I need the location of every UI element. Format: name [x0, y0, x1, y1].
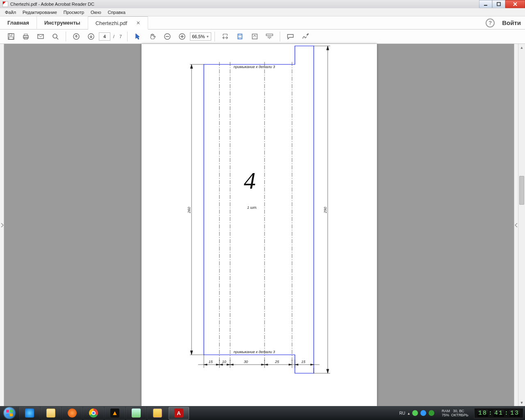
svg-rect-4 — [9, 37, 13, 39]
vertical-scrollbar[interactable]: ▲ ▼ — [518, 44, 525, 406]
taskbar-app1[interactable] — [126, 407, 146, 420]
fit-width-icon[interactable] — [218, 30, 232, 43]
pdf-page: примыкание к детали 3 примыкание к детал… — [142, 44, 377, 406]
month-label: ОКТЯБРЬ — [451, 413, 468, 417]
drawing-dim-b1: 15 — [209, 360, 213, 364]
tab-home[interactable]: Главная — [0, 16, 37, 30]
tray-language[interactable]: RU — [399, 411, 405, 415]
clock-hours: 18 — [477, 410, 488, 417]
scroll-down-icon[interactable]: ▼ — [518, 399, 525, 406]
tray-icon-3[interactable] — [429, 410, 434, 416]
drawing-dim-b2: 10 — [222, 360, 226, 364]
clock-seconds: 13 — [509, 410, 520, 417]
zoom-value: 66,5% — [192, 34, 205, 39]
right-panel-toggle[interactable] — [514, 44, 518, 406]
system-tray[interactable]: RU ▴ — [395, 410, 438, 416]
read-mode-icon[interactable] — [262, 30, 276, 43]
toolbar: / 7 66,5%▼ — [0, 30, 525, 44]
document-viewport: примыкание к детали 3 примыкание к детал… — [0, 44, 525, 406]
left-panel-toggle[interactable] — [0, 44, 4, 406]
tab-bar: Главная Инструменты Chertezhi.pdf ✕ ? Во… — [0, 16, 525, 30]
drawing-dim-b3: 30 — [244, 360, 248, 364]
taskbar-aimp[interactable]: ▲ — [105, 407, 125, 420]
sign-icon[interactable] — [298, 30, 312, 43]
app-icon — [2, 1, 8, 7]
svg-rect-3 — [9, 34, 12, 36]
menu-edit[interactable]: Редактирование — [19, 9, 60, 16]
hand-tool-icon[interactable] — [146, 30, 160, 43]
drawing-dim-b4: 25 — [275, 360, 279, 364]
chevron-down-icon: ▼ — [206, 35, 209, 39]
scroll-up-icon[interactable]: ▲ — [518, 44, 525, 51]
tray-icon-1[interactable] — [412, 410, 418, 416]
svg-rect-19 — [252, 34, 257, 39]
tab-document[interactable]: Chertezhi.pdf ✕ — [88, 16, 148, 30]
zoom-level-select[interactable]: 66,5%▼ — [190, 32, 211, 41]
page-total: 7 — [117, 34, 124, 39]
drawing-dim-right: 290 — [323, 207, 327, 213]
drawing-qty: 1 шт. — [247, 205, 258, 210]
drawing-part-number: 4 — [244, 167, 256, 194]
svg-line-10 — [57, 38, 58, 39]
help-icon[interactable]: ? — [486, 18, 495, 27]
fit-page-icon[interactable] — [233, 30, 247, 43]
tab-document-label: Chertezhi.pdf — [96, 20, 127, 26]
taskbar-acrobat[interactable]: A — [169, 407, 189, 420]
date-label: 30, ВС — [453, 409, 464, 413]
scrollbar-thumb[interactable] — [519, 176, 524, 205]
search-icon[interactable] — [48, 30, 62, 43]
clock-minutes: 41 — [493, 410, 504, 417]
page-up-icon[interactable] — [69, 30, 83, 43]
tab-close-icon[interactable]: ✕ — [136, 20, 140, 26]
svg-point-9 — [53, 34, 57, 38]
tray-icon-2[interactable] — [420, 410, 426, 416]
taskbar-mediaplayer[interactable] — [62, 407, 82, 420]
tab-tools-label: Инструменты — [44, 20, 80, 26]
drawing-dim-left: 260 — [187, 207, 191, 213]
window-title: Chertezhi.pdf - Adobe Acrobat Reader DC — [10, 2, 94, 7]
drawing-note-top: примыкание к детали 3 — [234, 65, 275, 69]
close-button[interactable] — [505, 0, 525, 8]
save-icon[interactable] — [4, 30, 18, 43]
tray-expand-icon[interactable]: ▴ — [408, 411, 410, 415]
zoom-in-icon[interactable] — [175, 30, 189, 43]
window-titlebar: Chertezhi.pdf - Adobe Acrobat Reader DC — [0, 0, 525, 8]
taskbar-ie[interactable] — [19, 407, 40, 420]
taskbar-chrome[interactable] — [83, 407, 104, 420]
minimize-button[interactable] — [479, 0, 492, 8]
ram-value: 75% — [442, 413, 449, 417]
selection-tool-icon[interactable] — [131, 30, 145, 43]
page-separator: / — [111, 34, 116, 39]
svg-rect-1 — [497, 2, 500, 6]
zoom-out-icon[interactable] — [160, 30, 174, 43]
svg-rect-20 — [266, 34, 273, 36]
system-info: RAM 30, ВС 75% ОКТЯБРЬ — [442, 409, 471, 417]
drawing-note-bottom: примыкание к детали 3 — [234, 350, 275, 354]
menu-file[interactable]: Файл — [2, 9, 19, 16]
drawing-dim-b5: 15 — [301, 360, 306, 364]
page-down-icon[interactable] — [84, 30, 98, 43]
svg-rect-18 — [238, 34, 242, 39]
windows-taskbar: ▲ A RU ▴ RAM 30, ВС 75% ОКТЯБРЬ 18: 41: … — [0, 406, 525, 420]
menu-bar: Файл Редактирование Просмотр Окно Справк… — [0, 8, 525, 16]
menu-window[interactable]: Окно — [87, 9, 105, 16]
taskbar-explorer[interactable] — [41, 407, 61, 420]
print-icon[interactable] — [19, 30, 33, 43]
email-icon[interactable] — [34, 30, 48, 43]
maximize-button[interactable] — [492, 0, 505, 8]
svg-rect-0 — [484, 5, 487, 6]
fullscreen-icon[interactable] — [248, 30, 262, 43]
tab-home-label: Главная — [7, 20, 29, 26]
ram-label: RAM — [442, 409, 450, 413]
menu-view[interactable]: Просмотр — [60, 9, 87, 16]
comment-icon[interactable] — [283, 30, 297, 43]
page-number-input[interactable] — [99, 32, 110, 41]
taskbar-app2[interactable] — [147, 407, 168, 420]
login-button[interactable]: Войти — [502, 19, 521, 26]
tab-tools[interactable]: Инструменты — [37, 16, 88, 30]
digital-clock[interactable]: 18: 41: 13 — [474, 408, 523, 418]
start-button[interactable] — [0, 406, 19, 420]
menu-help[interactable]: Справка — [105, 9, 129, 16]
